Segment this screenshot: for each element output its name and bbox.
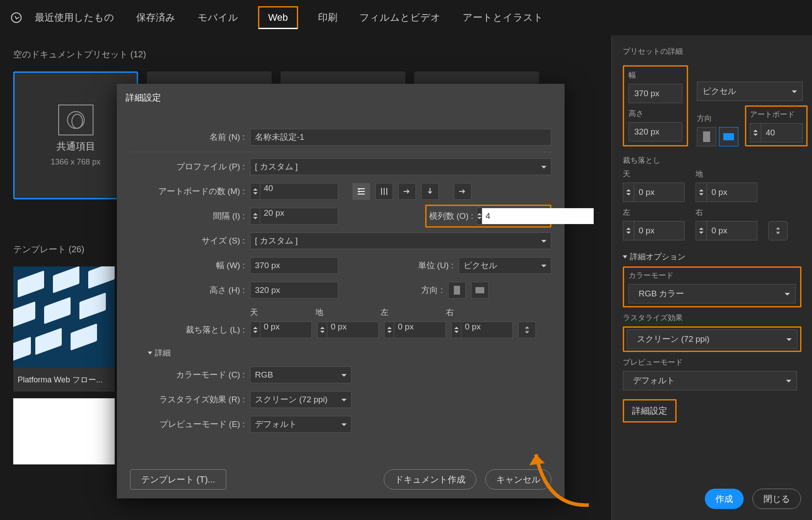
panel-advanced-toggle[interactable]: 詳細オプション <box>623 251 808 262</box>
artboards-stepper[interactable]: 40 <box>250 183 338 200</box>
panel-more-settings-button[interactable]: 詳細設定 <box>623 399 677 423</box>
globe-icon <box>67 111 85 129</box>
panel-title: プリセットの詳細 <box>623 46 808 56</box>
preview-select[interactable]: デフォルト <box>250 416 352 433</box>
panel-bleed-left-l: 左 <box>623 207 685 217</box>
tab-web[interactable]: Web <box>258 6 298 29</box>
document-icon <box>58 105 94 135</box>
panel-bleed-right-l: 右 <box>696 207 757 217</box>
template-button[interactable]: テンプレート (T)... <box>130 469 226 490</box>
height-input[interactable] <box>250 282 338 299</box>
preset-dim: 1366 x 768 px <box>51 157 101 167</box>
name-input[interactable] <box>250 129 551 146</box>
tab-mobile[interactable]: モバイル <box>195 7 240 29</box>
create-document-button[interactable]: ドキュメント作成 <box>384 469 476 490</box>
spacing-stepper[interactable]: 20 px <box>250 208 338 224</box>
advanced-settings-dialog: 詳細設定 名前 (N) : プロファイル (P) : [ カスタム ] アートボ… <box>117 84 565 498</box>
panel-bleed-right[interactable]: 0 px <box>696 221 757 240</box>
template-name: Platforma Web フロー... <box>13 368 115 392</box>
profile-label: プロファイル (P) : <box>130 161 245 172</box>
artboards-label: アートボードの数 (M) : <box>130 186 245 197</box>
panel-close-button[interactable]: 閉じる <box>752 489 801 509</box>
tab-film[interactable]: フィルムとビデオ <box>357 7 443 29</box>
preview-label: プレビューモード (E) : <box>130 419 245 430</box>
bleed-top-head: 天 <box>250 307 258 318</box>
profile-select[interactable]: [ カスタム ] <box>250 158 551 175</box>
panel-orient-landscape-icon[interactable] <box>719 127 738 146</box>
raster-label: ラスタライズ効果 (R) : <box>130 394 245 405</box>
cancel-button[interactable]: キャンセル <box>485 469 551 490</box>
arrange-col-icon[interactable] <box>421 183 439 200</box>
size-select[interactable]: [ カスタム ] <box>250 232 551 249</box>
panel-artboard-label: アートボード <box>750 109 803 120</box>
width-label: 幅 (W) : <box>130 260 245 271</box>
colormode-select[interactable]: RGB <box>250 367 352 383</box>
recent-icon <box>11 12 22 23</box>
panel-preview-select[interactable]: デフォルト <box>623 371 797 390</box>
spacing-label: 間隔 (I) : <box>130 210 245 222</box>
panel-width-label: 幅 <box>629 70 682 80</box>
template-card[interactable] <box>13 398 115 464</box>
orient-label: 方向 : <box>421 284 443 296</box>
bleed-left-stepper[interactable]: 0 px <box>384 322 446 338</box>
panel-width-input[interactable]: 370 px <box>629 84 682 103</box>
top-tabs: 最近使用したもの 保存済み モバイル Web 印刷 フィルムとビデオ アートとイ… <box>0 0 812 35</box>
panel-colormode-label: カラーモード <box>629 270 796 281</box>
raster-select[interactable]: スクリーン (72 ppi) <box>250 391 352 408</box>
grid-by-row-icon[interactable] <box>352 183 370 200</box>
panel-bleed-label: 裁ち落とし <box>623 155 808 165</box>
unit-label: 単位 (U) : <box>418 260 453 271</box>
height-label: 高さ (H) : <box>130 284 245 296</box>
bleed-right-stepper[interactable]: 0 px <box>451 322 513 338</box>
panel-bleed-top[interactable]: 0 px <box>623 183 685 202</box>
panel-artboard-stepper[interactable]: 40 <box>750 123 803 142</box>
name-label: 名前 (N) : <box>130 131 245 143</box>
template-card[interactable]: Platforma Web フロー... <box>13 266 115 392</box>
panel-unit-select[interactable]: ピクセル <box>697 82 803 101</box>
unit-select[interactable]: ピクセル <box>459 257 551 274</box>
panel-orient-label: 方向 <box>697 113 738 123</box>
size-label: サイズ (S) : <box>130 235 245 247</box>
orient-portrait-icon[interactable] <box>448 282 466 299</box>
panel-orient-portrait-icon[interactable] <box>697 127 716 146</box>
panel-create-button[interactable]: 作成 <box>705 489 744 509</box>
link-bleed-icon[interactable] <box>518 322 536 338</box>
panel-link-bleed-icon[interactable] <box>768 221 788 240</box>
panel-raster-select[interactable]: スクリーン (72 ppi) <box>627 329 797 349</box>
tab-saved[interactable]: 保存済み <box>134 7 178 29</box>
bleed-left-head: 左 <box>381 307 389 318</box>
panel-raster-label: ラスタライズ効果 <box>623 313 808 323</box>
template-thumb <box>13 266 115 368</box>
tab-art[interactable]: アートとイラスト <box>460 7 546 29</box>
arrange-row-icon[interactable] <box>398 183 416 200</box>
bleed-right-head: 右 <box>446 307 454 318</box>
bleed-label: 裁ち落とし (L) : <box>130 324 245 336</box>
bleed-top-stepper[interactable]: 0 px <box>250 322 312 338</box>
panel-colormode-select[interactable]: RGB カラー <box>629 284 796 303</box>
panel-bleed-bottom-l: 地 <box>696 169 757 179</box>
dialog-title: 詳細設定 <box>117 84 565 112</box>
columns-label: 横列数 (O) : <box>429 210 473 222</box>
arrange-rtl-icon[interactable] <box>454 183 471 200</box>
panel-bleed-left[interactable]: 0 px <box>623 221 685 240</box>
panel-bleed-bottom[interactable]: 0 px <box>696 183 757 202</box>
panel-height-label: 高さ <box>629 108 682 119</box>
bleed-bottom-head: 地 <box>315 307 323 318</box>
panel-height-input[interactable]: 320 px <box>629 122 682 142</box>
panel-preview-label: プレビューモード <box>623 357 808 367</box>
preset-name: 共通項目 <box>56 140 95 153</box>
bleed-bottom-stepper[interactable]: 0 px <box>317 322 379 338</box>
tab-recent[interactable]: 最近使用したもの <box>33 7 116 29</box>
presets-header: 空のドキュメントプリセット (12) <box>13 49 611 60</box>
columns-stepper[interactable] <box>477 208 547 224</box>
details-toggle[interactable]: 詳細 <box>148 348 551 358</box>
grid-by-col-icon[interactable] <box>375 183 393 200</box>
tab-print[interactable]: 印刷 <box>316 7 340 29</box>
panel-bleed-top-l: 天 <box>623 169 685 179</box>
colormode-label: カラーモード (C) : <box>130 369 245 381</box>
width-input[interactable] <box>250 257 338 274</box>
orient-landscape-icon[interactable] <box>471 282 489 299</box>
